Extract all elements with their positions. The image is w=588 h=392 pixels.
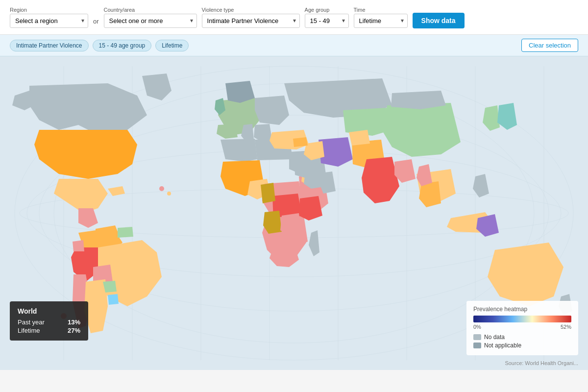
legend-labels: 0% 52%	[473, 324, 571, 330]
tag-age: 15 - 49 age group	[93, 40, 152, 51]
not-applicable-swatch	[473, 343, 481, 348]
info-row-past-year: Past year 13%	[18, 318, 80, 326]
show-data-button[interactable]: Show data	[413, 13, 465, 28]
legend: Prevalence heatmap 0% 52% No data Not ap…	[466, 301, 578, 355]
age-select[interactable]: 15 - 49	[305, 14, 349, 28]
syria[interactable]	[293, 137, 308, 147]
country-select-wrapper: Select one or more	[104, 14, 197, 28]
clear-selection-button[interactable]: Clear selection	[521, 39, 578, 52]
time-label: Time	[354, 7, 408, 13]
source-text: Source: World Health Organi...	[505, 360, 578, 366]
or-label: or	[93, 10, 99, 25]
region-select[interactable]: Select a region	[10, 14, 88, 28]
paraguay[interactable]	[103, 281, 117, 293]
time-select-wrapper: Lifetime	[354, 14, 408, 28]
country-filter: Country/area Select one or more	[104, 7, 197, 28]
caribbean-islands[interactable]	[167, 192, 171, 196]
info-box: World Past year 13% Lifetime 27%	[10, 301, 88, 341]
region-label: Region	[10, 7, 88, 13]
legend-gradient	[473, 316, 571, 322]
age-select-wrapper: 15 - 49	[305, 14, 349, 28]
region-select-wrapper: Select a region	[10, 14, 88, 28]
past-year-value: 13%	[60, 318, 80, 326]
no-data-swatch	[473, 334, 481, 340]
map-container: World Past year 13% Lifetime 27% Prevale…	[0, 56, 588, 370]
violence-select[interactable]: Intimate Partner Violence	[202, 14, 300, 28]
uruguay[interactable]	[108, 294, 119, 305]
legend-title: Prevalence heatmap	[473, 306, 571, 313]
no-data-label: No data	[484, 334, 505, 341]
time-select[interactable]: Lifetime	[354, 14, 408, 28]
lifetime-label: Lifetime	[18, 326, 60, 335]
tag-violence: Intimate Partner Violence	[10, 40, 89, 51]
past-year-label: Past year	[18, 318, 60, 326]
tanzania-kenya[interactable]	[299, 196, 322, 220]
guyana[interactable]	[118, 227, 133, 238]
toolbar: Region Select a region or Country/area S…	[0, 0, 588, 35]
tag-bar: Intimate Partner Violence 15 - 49 age gr…	[0, 35, 588, 56]
info-box-table: Past year 13% Lifetime 27%	[18, 318, 80, 335]
haiti-dr[interactable]	[159, 186, 164, 191]
violence-filter: Violence type Intimate Partner Violence	[202, 7, 300, 28]
region-filter: Region Select a region	[10, 7, 88, 28]
country-label: Country/area	[104, 7, 197, 13]
legend-not-applicable: Not applicable	[473, 342, 571, 349]
age-label: Age group	[305, 7, 349, 13]
time-filter: Time Lifetime	[354, 7, 408, 28]
legend-max-label: 52%	[561, 324, 571, 330]
violence-label: Violence type	[202, 7, 300, 13]
country-select[interactable]: Select one or more	[104, 14, 197, 28]
info-box-title: World	[18, 307, 80, 315]
tag-time: Lifetime	[155, 40, 189, 51]
mongolia[interactable]	[391, 91, 446, 109]
age-filter: Age group 15 - 49	[305, 7, 349, 28]
ecuador[interactable]	[73, 240, 84, 251]
lifetime-value: 27%	[60, 326, 80, 335]
uzbekistan[interactable]	[349, 130, 370, 146]
north-africa-west[interactable]	[220, 139, 257, 162]
legend-min-label: 0%	[473, 324, 481, 330]
violence-select-wrapper: Intimate Partner Violence	[202, 14, 300, 28]
info-row-lifetime: Lifetime 27%	[18, 326, 80, 335]
legend-no-data: No data	[473, 334, 571, 341]
not-applicable-label: Not applicable	[484, 342, 521, 349]
cameroon[interactable]	[261, 183, 275, 203]
